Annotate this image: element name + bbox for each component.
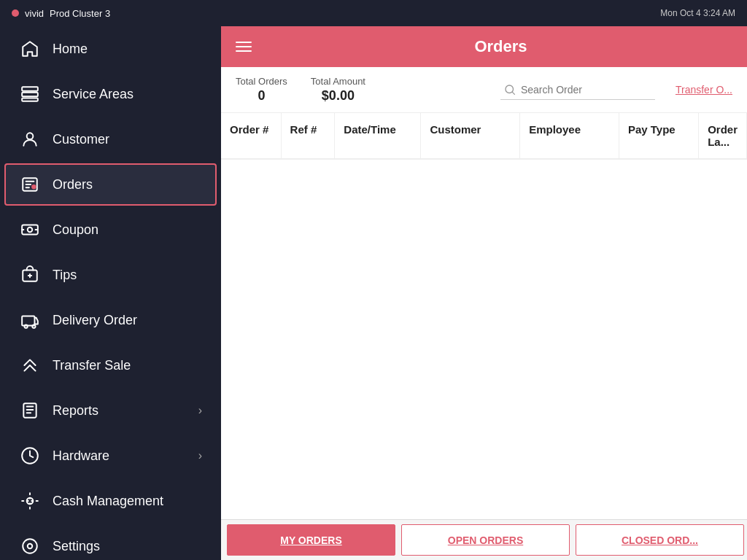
sidebar-item-settings[interactable]: Settings xyxy=(4,525,217,560)
cluster-name: Prod Cluster 3 xyxy=(50,8,110,19)
svg-rect-0 xyxy=(22,87,38,90)
search-icon xyxy=(503,83,516,96)
hardware-icon xyxy=(19,445,41,467)
svg-rect-12 xyxy=(23,403,36,418)
svg-rect-1 xyxy=(22,93,38,96)
col-header-orderlabel: Order La... xyxy=(699,113,747,158)
top-bar-left: vivid Prod Cluster 3 xyxy=(12,8,110,19)
total-orders-stat: Total Orders 0 xyxy=(236,76,287,104)
sidebar-label-hardware: Hardware xyxy=(53,448,109,464)
table-body xyxy=(221,160,747,519)
sidebar-item-cash-management[interactable]: Cash Management xyxy=(4,480,217,522)
sidebar-item-orders[interactable]: Orders xyxy=(4,163,217,206)
total-orders-value: 0 xyxy=(258,88,265,104)
sidebar-label-home: Home xyxy=(53,42,88,57)
home-icon xyxy=(19,38,41,60)
bottom-tabs: MY ORDERS OPEN ORDERS CLOSED ORD... xyxy=(221,519,747,560)
sidebar-item-customer[interactable]: Customer xyxy=(4,118,217,160)
svg-point-14 xyxy=(23,539,37,553)
tips-icon xyxy=(19,264,41,286)
svg-point-11 xyxy=(32,325,35,328)
reports-icon xyxy=(19,400,41,421)
total-orders-label: Total Orders xyxy=(236,76,287,87)
settings-icon xyxy=(19,535,41,557)
sidebar-label-customer: Customer xyxy=(53,132,109,147)
svg-point-10 xyxy=(24,325,27,328)
sidebar-item-hardware[interactable]: Hardware › xyxy=(4,435,217,477)
search-area: Transfer O... xyxy=(500,80,732,100)
stats-bar: Total Orders 0 Total Amount $0.00 Transf… xyxy=(221,67,747,113)
coupon-icon xyxy=(19,219,41,241)
col-header-employee: Employee xyxy=(520,113,619,158)
transfer-link[interactable]: Transfer O... xyxy=(676,84,732,96)
col-header-ref: Ref # xyxy=(282,113,336,158)
sidebar-label-coupon: Coupon xyxy=(53,222,98,238)
tab-open-orders[interactable]: OPEN ORDERS xyxy=(401,524,570,556)
col-header-datetime: Date/Time xyxy=(335,113,421,158)
vivid-dot xyxy=(12,9,19,17)
search-input-wrap xyxy=(500,80,655,100)
sidebar-item-reports[interactable]: Reports › xyxy=(4,389,217,432)
hamburger-button[interactable] xyxy=(233,39,255,55)
sidebar-label-service-areas: Service Areas xyxy=(53,87,133,102)
cash-management-icon xyxy=(19,490,41,512)
customer-icon xyxy=(19,128,41,150)
table-header: Order # Ref # Date/Time Customer Employe… xyxy=(221,113,747,160)
svg-rect-2 xyxy=(22,98,38,101)
sidebar-label-orders: Orders xyxy=(53,177,93,192)
total-amount-label: Total Amount xyxy=(311,76,365,87)
sidebar-label-transfer-sale: Transfer Sale xyxy=(53,358,131,373)
sidebar-label-settings: Settings xyxy=(53,539,100,554)
orders-icon xyxy=(19,174,41,195)
total-amount-value: $0.00 xyxy=(322,88,355,104)
col-header-order: Order # xyxy=(221,113,282,158)
sidebar-label-delivery-order: Delivery Order xyxy=(53,313,137,328)
search-input[interactable] xyxy=(521,84,652,96)
service-areas-icon xyxy=(19,83,41,105)
reports-chevron-icon: › xyxy=(198,404,202,417)
sidebar-label-cash-management: Cash Management xyxy=(53,494,163,509)
tab-my-orders[interactable]: MY ORDERS xyxy=(227,524,395,556)
sidebar-label-reports: Reports xyxy=(53,403,98,419)
page-title: Orders xyxy=(266,37,735,56)
sidebar: Home Service Areas Customer Orders xyxy=(0,26,221,560)
sidebar-item-coupon[interactable]: Coupon xyxy=(4,209,217,251)
header-bar: Orders xyxy=(221,26,747,67)
sidebar-item-tips[interactable]: Tips xyxy=(4,254,217,296)
sidebar-item-service-areas[interactable]: Service Areas xyxy=(4,73,217,115)
sidebar-item-home[interactable]: Home xyxy=(4,28,217,70)
total-amount-stat: Total Amount $0.00 xyxy=(311,76,365,104)
sidebar-item-transfer-sale[interactable]: Transfer Sale xyxy=(4,344,217,386)
svg-rect-9 xyxy=(22,316,34,326)
sidebar-item-delivery-order[interactable]: Delivery Order xyxy=(4,299,217,341)
tab-closed-orders[interactable]: CLOSED ORD... xyxy=(576,524,744,556)
col-header-customer: Customer xyxy=(421,113,520,158)
main-content: Orders Total Orders 0 Total Amount $0.00… xyxy=(221,26,747,560)
svg-point-7 xyxy=(28,228,33,233)
svg-point-3 xyxy=(27,133,34,139)
sidebar-label-tips: Tips xyxy=(53,268,77,283)
delivery-order-icon xyxy=(19,309,41,331)
transfer-sale-icon xyxy=(19,354,41,376)
hardware-chevron-icon: › xyxy=(198,449,202,462)
top-bar: vivid Prod Cluster 3 Mon Oct 4 3:24 AM xyxy=(0,0,747,26)
top-bar-datetime: Mon Oct 4 3:24 AM xyxy=(660,8,735,18)
svg-point-15 xyxy=(28,544,33,549)
app-name: vivid xyxy=(25,8,44,19)
main-layout: Home Service Areas Customer Orders xyxy=(0,26,747,560)
svg-point-5 xyxy=(31,184,36,190)
col-header-paytype: Pay Type xyxy=(619,113,699,158)
